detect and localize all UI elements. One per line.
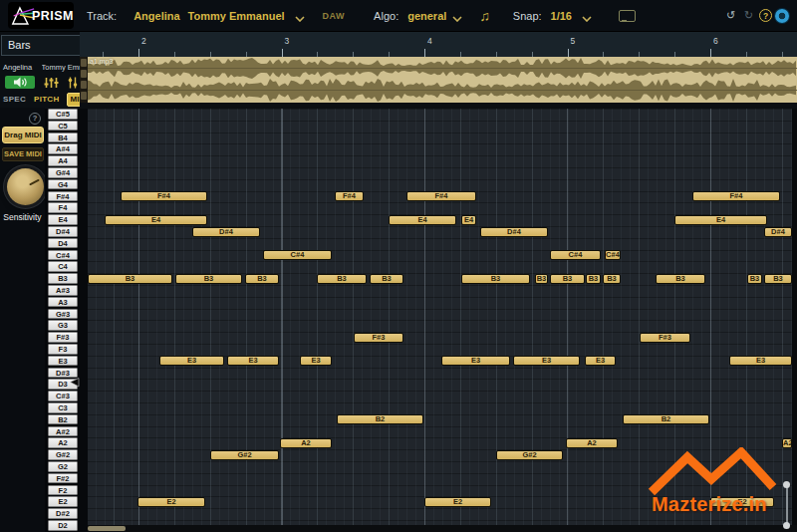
undo-icon[interactable]: ↺ (723, 8, 738, 23)
piano-key-a4[interactable]: A4 (48, 155, 78, 166)
eq-bars-icon[interactable] (44, 77, 59, 89)
tab-tommy-emmanuel[interactable]: Tommy Emma.. (42, 58, 81, 74)
midi-note-e3[interactable]: E3 (513, 356, 580, 366)
midi-note-b2[interactable]: B2 (623, 414, 709, 424)
midi-note-fs4[interactable]: F#4 (121, 191, 207, 201)
midi-note-e3[interactable]: E3 (441, 356, 510, 366)
settings-blue-icon[interactable] (775, 9, 789, 23)
midi-note-a2[interactable]: A2 (280, 438, 332, 448)
piano-key-b2[interactable]: B2 (48, 414, 78, 425)
midi-note-e3[interactable]: E3 (159, 356, 224, 366)
midi-note-e4[interactable]: E4 (461, 215, 476, 225)
midi-note-e2[interactable]: E2 (424, 497, 491, 507)
piano-key-fs3[interactable]: F#3 (48, 332, 78, 343)
view-button-spec[interactable]: SPEC (3, 95, 26, 104)
midi-note-e4[interactable]: E4 (105, 215, 207, 225)
piano-key-f3[interactable]: F3 (48, 344, 78, 355)
midi-note-b3[interactable]: B3 (175, 274, 242, 284)
piano-key-e2[interactable]: E2 (48, 496, 78, 507)
midi-note-b3[interactable]: B3 (461, 274, 530, 284)
piano-key-cs4[interactable]: C#4 (48, 250, 78, 261)
piano-key-gs2[interactable]: G#2 (48, 449, 78, 460)
piano-key-ds3[interactable]: D#3 (48, 368, 78, 379)
piano-key-as3[interactable]: A#3 (48, 285, 78, 296)
piano-key-e4[interactable]: E4 (48, 214, 78, 225)
piano-key-ds4[interactable]: D#4 (48, 226, 78, 237)
midi-note-fs4[interactable]: F#4 (692, 191, 780, 201)
piano-key-a2[interactable]: A2 (48, 437, 78, 448)
sensitivity-knob[interactable] (7, 168, 44, 205)
piano-key-f4[interactable]: F4 (48, 202, 78, 213)
piano-key-g2[interactable]: G2 (48, 461, 78, 472)
midi-note-b3[interactable]: B3 (535, 274, 548, 284)
midi-note-e4[interactable]: E4 (389, 215, 456, 225)
midi-note-ds4[interactable]: D#4 (480, 227, 548, 237)
horizontal-scrollbar-handle[interactable] (88, 526, 126, 531)
piano-key-g4[interactable]: G4 (48, 179, 78, 190)
vertical-slider-knob-bottom[interactable] (783, 522, 790, 529)
piano-key-b3[interactable]: B3 (48, 273, 78, 284)
midi-note-b3[interactable]: B3 (370, 274, 403, 284)
midi-note-b3[interactable]: B3 (317, 274, 367, 284)
view-button-pitch[interactable]: PITCH (34, 95, 60, 104)
midi-note-b3[interactable]: B3 (88, 274, 172, 284)
snap-dropdown-chevron-icon[interactable] (582, 8, 592, 26)
waveform-left-strip[interactable] (80, 57, 88, 103)
panel-help-icon[interactable]: ? (29, 113, 41, 125)
tab-angelina[interactable]: Angelina (0, 58, 42, 74)
midi-note-b3[interactable]: B3 (656, 274, 705, 284)
horizontal-scrollbar[interactable] (88, 525, 797, 532)
midi-note-fs4[interactable]: F#4 (335, 191, 364, 201)
vertical-slider-knob-top[interactable] (783, 481, 790, 488)
daw-button[interactable]: DAW (323, 11, 346, 21)
piano-key-cs5[interactable]: C#5 (48, 109, 78, 120)
piano-key-c5[interactable]: C5 (48, 121, 78, 132)
midi-note-b3[interactable]: B3 (603, 274, 621, 284)
piano-key-b4[interactable]: B4 (48, 133, 78, 143)
midi-note-b3[interactable]: B3 (586, 274, 601, 284)
algo-dropdown-chevron-icon[interactable] (452, 8, 462, 26)
track-name[interactable]: Tommy Emmanuel (188, 10, 285, 22)
piano-key-ds2[interactable]: D#2 (48, 508, 78, 519)
piano-key-fs4[interactable]: F#4 (48, 191, 78, 202)
piano-key-gs3[interactable]: G#3 (48, 309, 78, 320)
midi-note-gs2[interactable]: G#2 (210, 450, 279, 460)
display-window-icon[interactable] (619, 10, 636, 22)
piano-key-as4[interactable]: A#4 (48, 143, 78, 154)
piano-key-a3[interactable]: A3 (48, 297, 78, 308)
piano-key-fs2[interactable]: F#2 (48, 473, 78, 484)
midi-note-ds4[interactable]: D#4 (764, 227, 792, 237)
piano-key-c3[interactable]: C3 (48, 402, 78, 413)
midi-note-b3[interactable]: B3 (550, 274, 585, 284)
midi-note-e3[interactable]: E3 (729, 356, 792, 366)
drag-midi-button[interactable]: Drag MIDI (2, 127, 44, 143)
faders-icon[interactable] (67, 77, 79, 89)
vertical-zoom-slider[interactable] (786, 485, 788, 525)
midi-note-a2[interactable]: A2 (782, 438, 792, 448)
midi-note-cs4[interactable]: C#4 (605, 250, 621, 260)
midi-note-e2[interactable]: E2 (710, 497, 774, 507)
midi-note-cs4[interactable]: C#4 (550, 250, 601, 260)
bar-ruler[interactable]: 23456 (80, 32, 797, 58)
midi-note-cs4[interactable]: C#4 (263, 250, 332, 260)
midi-note-ds4[interactable]: D#4 (192, 227, 260, 237)
piano-key-cs3[interactable]: C#3 (48, 391, 78, 401)
midi-note-gs2[interactable]: G#2 (496, 450, 563, 460)
redo-icon[interactable]: ↻ (741, 8, 756, 23)
midi-note-fs3[interactable]: F#3 (640, 333, 690, 343)
midi-note-b3[interactable]: B3 (747, 274, 762, 284)
piano-key-d4[interactable]: D4 (48, 238, 78, 249)
snap-value[interactable]: 1/16 (551, 10, 572, 22)
piano-key-gs4[interactable]: G#4 (48, 167, 78, 178)
midi-note-b2[interactable]: B2 (337, 414, 423, 424)
piano-key-g3[interactable]: G3 (48, 320, 78, 331)
track-dropdown-chevron-icon[interactable] (295, 8, 305, 26)
piano-key-e3[interactable]: E3 (48, 356, 78, 367)
midi-note-e4[interactable]: E4 (674, 215, 767, 225)
midi-note-e3[interactable]: E3 (227, 356, 279, 366)
midi-note-b3[interactable]: B3 (764, 274, 792, 284)
track-artist[interactable]: Angelina (133, 10, 179, 22)
midi-note-e2[interactable]: E2 (137, 497, 205, 507)
audio-waveform[interactable]: a1.mp3 (88, 57, 797, 103)
piano-roll-grid[interactable]: F#4F#4F#4F#4E4E4E4E4D#4D#4D#4C#4C#4C#4B3… (88, 109, 792, 525)
